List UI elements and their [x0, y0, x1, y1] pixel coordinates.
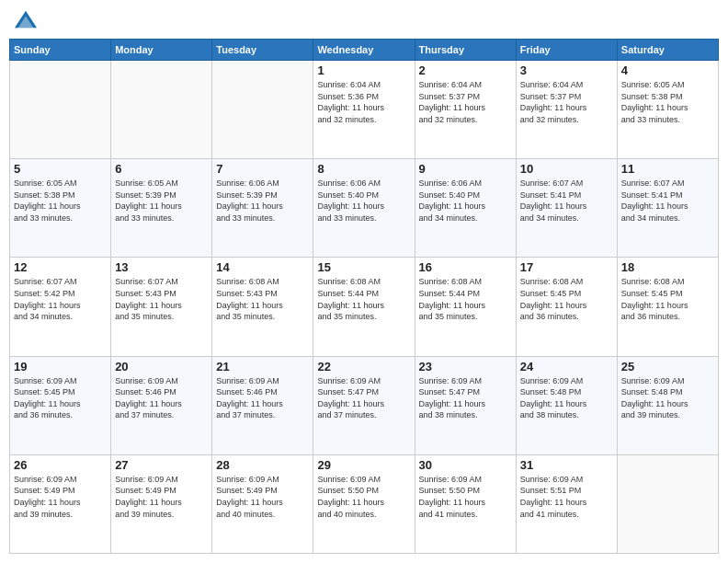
- day-info: Sunrise: 6:06 AM Sunset: 5:39 PM Dayligh…: [216, 178, 309, 224]
- day-number: 22: [317, 360, 410, 373]
- day-info: Sunrise: 6:07 AM Sunset: 5:42 PM Dayligh…: [14, 276, 107, 322]
- day-info: Sunrise: 6:05 AM Sunset: 5:38 PM Dayligh…: [14, 178, 107, 224]
- calendar-cell: 2Sunrise: 6:04 AM Sunset: 5:37 PM Daylig…: [415, 61, 516, 159]
- weekday-header-friday: Friday: [516, 40, 617, 61]
- weekday-header-sunday: Sunday: [10, 40, 111, 61]
- day-number: 11: [621, 162, 714, 176]
- day-number: 8: [317, 162, 410, 176]
- calendar-cell: 21Sunrise: 6:09 AM Sunset: 5:46 PM Dayli…: [212, 356, 313, 454]
- day-info: Sunrise: 6:09 AM Sunset: 5:45 PM Dayligh…: [14, 375, 107, 421]
- day-info: Sunrise: 6:09 AM Sunset: 5:51 PM Dayligh…: [520, 474, 613, 520]
- day-info: Sunrise: 6:09 AM Sunset: 5:49 PM Dayligh…: [115, 474, 208, 520]
- calendar-cell: 19Sunrise: 6:09 AM Sunset: 5:45 PM Dayli…: [10, 356, 111, 454]
- calendar-cell: 22Sunrise: 6:09 AM Sunset: 5:47 PM Dayli…: [313, 356, 415, 454]
- day-info: Sunrise: 6:07 AM Sunset: 5:41 PM Dayligh…: [621, 178, 714, 224]
- day-number: 17: [520, 260, 613, 274]
- calendar-cell: 20Sunrise: 6:09 AM Sunset: 5:46 PM Dayli…: [111, 356, 212, 454]
- day-info: Sunrise: 6:08 AM Sunset: 5:45 PM Dayligh…: [520, 276, 613, 322]
- calendar-cell: 25Sunrise: 6:09 AM Sunset: 5:48 PM Dayli…: [617, 356, 718, 454]
- calendar-cell: 31Sunrise: 6:09 AM Sunset: 5:51 PM Dayli…: [516, 454, 617, 553]
- day-info: Sunrise: 6:08 AM Sunset: 5:44 PM Dayligh…: [317, 276, 410, 322]
- calendar-cell: 17Sunrise: 6:08 AM Sunset: 5:45 PM Dayli…: [516, 258, 617, 356]
- day-number: 20: [115, 360, 208, 373]
- calendar-cell: [212, 61, 313, 159]
- calendar-cell: 8Sunrise: 6:06 AM Sunset: 5:40 PM Daylig…: [313, 159, 415, 258]
- week-row-3: 12Sunrise: 6:07 AM Sunset: 5:42 PM Dayli…: [10, 258, 719, 356]
- day-number: 28: [216, 458, 309, 472]
- week-row-2: 5Sunrise: 6:05 AM Sunset: 5:38 PM Daylig…: [10, 159, 719, 258]
- calendar-cell: 13Sunrise: 6:07 AM Sunset: 5:43 PM Dayli…: [111, 258, 212, 356]
- day-number: 15: [317, 260, 410, 274]
- day-number: 29: [317, 458, 410, 472]
- calendar-cell: 14Sunrise: 6:08 AM Sunset: 5:43 PM Dayli…: [212, 258, 313, 356]
- day-info: Sunrise: 6:07 AM Sunset: 5:41 PM Dayligh…: [520, 178, 613, 224]
- day-number: 19: [14, 360, 107, 373]
- day-info: Sunrise: 6:08 AM Sunset: 5:45 PM Dayligh…: [621, 276, 714, 322]
- day-number: 27: [115, 458, 208, 472]
- day-info: Sunrise: 6:09 AM Sunset: 5:47 PM Dayligh…: [317, 375, 410, 421]
- week-row-5: 26Sunrise: 6:09 AM Sunset: 5:49 PM Dayli…: [10, 454, 719, 553]
- page: SundayMondayTuesdayWednesdayThursdayFrid…: [0, 0, 728, 563]
- calendar-cell: 27Sunrise: 6:09 AM Sunset: 5:49 PM Dayli…: [111, 454, 212, 553]
- day-info: Sunrise: 6:09 AM Sunset: 5:49 PM Dayligh…: [14, 474, 107, 520]
- day-number: 23: [419, 360, 512, 373]
- day-number: 5: [14, 162, 107, 176]
- calendar-cell: 6Sunrise: 6:05 AM Sunset: 5:39 PM Daylig…: [111, 159, 212, 258]
- day-info: Sunrise: 6:09 AM Sunset: 5:49 PM Dayligh…: [216, 474, 309, 520]
- calendar-cell: [617, 454, 718, 553]
- calendar-cell: 10Sunrise: 6:07 AM Sunset: 5:41 PM Dayli…: [516, 159, 617, 258]
- day-info: Sunrise: 6:05 AM Sunset: 5:38 PM Dayligh…: [621, 79, 714, 125]
- day-number: 26: [14, 458, 107, 472]
- day-info: Sunrise: 6:09 AM Sunset: 5:46 PM Dayligh…: [216, 375, 309, 421]
- calendar-cell: 7Sunrise: 6:06 AM Sunset: 5:39 PM Daylig…: [212, 159, 313, 258]
- day-number: 6: [115, 162, 208, 176]
- calendar-cell: 28Sunrise: 6:09 AM Sunset: 5:49 PM Dayli…: [212, 454, 313, 553]
- calendar-cell: 4Sunrise: 6:05 AM Sunset: 5:38 PM Daylig…: [617, 61, 718, 159]
- day-number: 14: [216, 260, 309, 274]
- day-info: Sunrise: 6:07 AM Sunset: 5:43 PM Dayligh…: [115, 276, 208, 322]
- day-number: 13: [115, 260, 208, 274]
- weekday-header-monday: Monday: [111, 40, 212, 61]
- day-number: 25: [621, 360, 714, 373]
- week-row-4: 19Sunrise: 6:09 AM Sunset: 5:45 PM Dayli…: [10, 356, 719, 454]
- day-number: 24: [520, 360, 613, 373]
- day-number: 30: [419, 458, 512, 472]
- calendar-cell: 24Sunrise: 6:09 AM Sunset: 5:48 PM Dayli…: [516, 356, 617, 454]
- calendar-cell: 23Sunrise: 6:09 AM Sunset: 5:47 PM Dayli…: [415, 356, 516, 454]
- weekday-header-saturday: Saturday: [617, 40, 718, 61]
- day-info: Sunrise: 6:05 AM Sunset: 5:39 PM Dayligh…: [115, 178, 208, 224]
- calendar-cell: 29Sunrise: 6:09 AM Sunset: 5:50 PM Dayli…: [313, 454, 415, 553]
- calendar-cell: 3Sunrise: 6:04 AM Sunset: 5:37 PM Daylig…: [516, 61, 617, 159]
- day-info: Sunrise: 6:08 AM Sunset: 5:44 PM Dayligh…: [419, 276, 512, 322]
- day-info: Sunrise: 6:04 AM Sunset: 5:37 PM Dayligh…: [419, 79, 512, 125]
- weekday-header-tuesday: Tuesday: [212, 40, 313, 61]
- logo-icon: [13, 9, 39, 31]
- calendar-cell: 11Sunrise: 6:07 AM Sunset: 5:41 PM Dayli…: [617, 159, 718, 258]
- day-number: 4: [621, 63, 714, 77]
- calendar-table: SundayMondayTuesdayWednesdayThursdayFrid…: [9, 39, 719, 554]
- day-info: Sunrise: 6:06 AM Sunset: 5:40 PM Dayligh…: [317, 178, 410, 224]
- day-info: Sunrise: 6:04 AM Sunset: 5:36 PM Dayligh…: [317, 79, 410, 125]
- logo: [13, 9, 42, 31]
- day-info: Sunrise: 6:09 AM Sunset: 5:47 PM Dayligh…: [419, 375, 512, 421]
- calendar-cell: 16Sunrise: 6:08 AM Sunset: 5:44 PM Dayli…: [415, 258, 516, 356]
- day-number: 21: [216, 360, 309, 373]
- calendar-cell: 1Sunrise: 6:04 AM Sunset: 5:36 PM Daylig…: [313, 61, 415, 159]
- day-info: Sunrise: 6:08 AM Sunset: 5:43 PM Dayligh…: [216, 276, 309, 322]
- day-number: 3: [520, 63, 613, 77]
- day-info: Sunrise: 6:09 AM Sunset: 5:48 PM Dayligh…: [621, 375, 714, 421]
- day-number: 7: [216, 162, 309, 176]
- day-info: Sunrise: 6:09 AM Sunset: 5:46 PM Dayligh…: [115, 375, 208, 421]
- day-number: 16: [419, 260, 512, 274]
- calendar-cell: 12Sunrise: 6:07 AM Sunset: 5:42 PM Dayli…: [10, 258, 111, 356]
- day-number: 1: [317, 63, 410, 77]
- day-info: Sunrise: 6:06 AM Sunset: 5:40 PM Dayligh…: [419, 178, 512, 224]
- calendar-cell: 18Sunrise: 6:08 AM Sunset: 5:45 PM Dayli…: [617, 258, 718, 356]
- calendar-cell: 9Sunrise: 6:06 AM Sunset: 5:40 PM Daylig…: [415, 159, 516, 258]
- day-info: Sunrise: 6:04 AM Sunset: 5:37 PM Dayligh…: [520, 79, 613, 125]
- day-info: Sunrise: 6:09 AM Sunset: 5:50 PM Dayligh…: [419, 474, 512, 520]
- day-number: 18: [621, 260, 714, 274]
- day-number: 31: [520, 458, 613, 472]
- weekday-header-wednesday: Wednesday: [313, 40, 415, 61]
- day-number: 9: [419, 162, 512, 176]
